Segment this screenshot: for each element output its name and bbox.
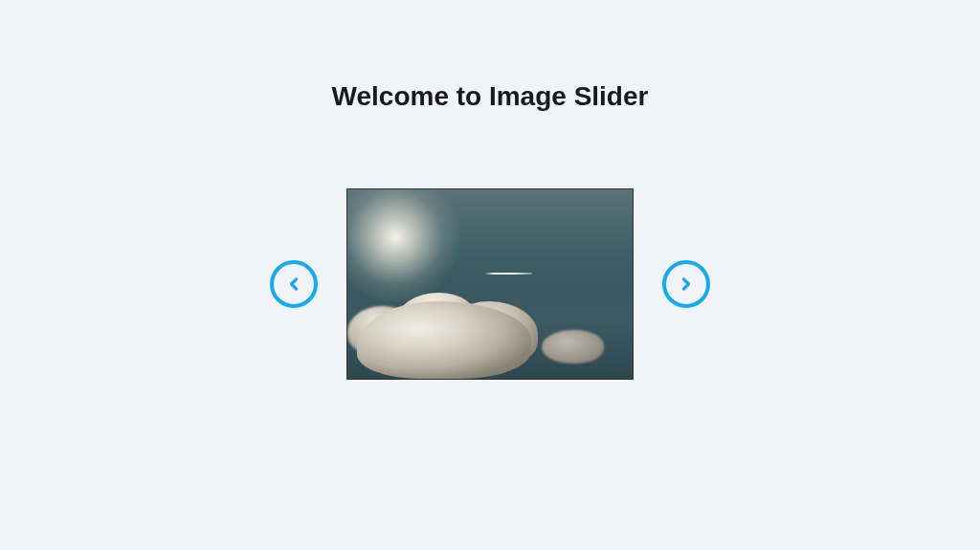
next-button[interactable] — [662, 260, 710, 308]
previous-button[interactable] — [270, 260, 318, 308]
slider-image — [346, 188, 634, 380]
image-slider — [270, 188, 710, 380]
page-title: Welcome to Image Slider — [332, 81, 649, 112]
chevron-left-icon — [284, 275, 303, 294]
chevron-right-icon — [677, 275, 696, 294]
